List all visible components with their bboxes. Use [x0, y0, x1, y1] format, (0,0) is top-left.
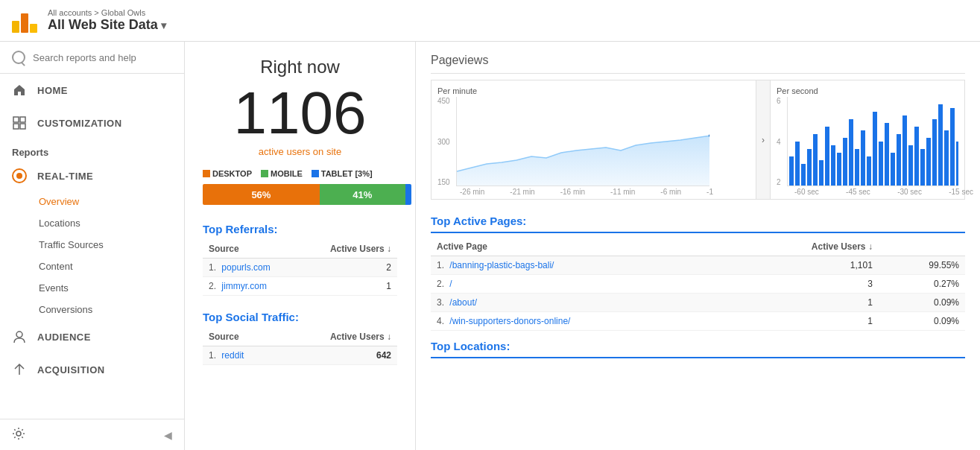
- sidebar-item-acquisition[interactable]: ACQUISITION: [0, 353, 184, 386]
- page-link-2[interactable]: /: [449, 279, 452, 289]
- mobile-bar: 41%: [320, 184, 405, 205]
- table-row: 1. popurls.com 2: [203, 259, 397, 277]
- page-link-4[interactable]: /win-supporters-donors-online/: [449, 316, 570, 326]
- sidebar-item-home[interactable]: HOME: [0, 74, 184, 107]
- svg-rect-9: [795, 142, 800, 186]
- active-count: 1106: [203, 83, 397, 143]
- top-social-title: Top Social Traffic:: [203, 311, 397, 323]
- charts-row: Per minute 450 300 150: [431, 80, 965, 200]
- svg-rect-35: [950, 108, 955, 186]
- audience-icon: [12, 329, 27, 344]
- device-legend: DESKTOP MOBILE TABLET [3%]: [203, 169, 397, 178]
- sidebar-item-realtime[interactable]: REAL-TIME: [0, 161, 184, 191]
- home-icon: [12, 83, 27, 98]
- active-page-col: Active Page: [431, 238, 729, 256]
- svg-rect-34: [944, 130, 949, 186]
- right-now-title: Right now: [203, 57, 397, 77]
- device-progress-bar: 56% 41%: [203, 184, 411, 205]
- desktop-dot: [203, 170, 210, 177]
- sidebar-item-audience[interactable]: AUDIENCE: [0, 320, 184, 353]
- per-second-label: Per second: [777, 86, 958, 95]
- header-account-title[interactable]: All Web Site Data ▾: [48, 17, 166, 33]
- svg-point-4: [16, 332, 22, 338]
- tablet-bar: [405, 184, 411, 205]
- mobile-legend: MOBILE: [261, 169, 303, 178]
- top-referrals-title: Top Referrals:: [203, 223, 397, 235]
- tablet-dot: [312, 170, 319, 177]
- acquisition-icon: [12, 362, 27, 377]
- desktop-bar: 56%: [203, 184, 320, 205]
- svg-rect-12: [813, 134, 818, 186]
- chart-perminute: Per minute 450 300 150: [431, 80, 756, 199]
- collapse-icon[interactable]: ◀: [164, 429, 172, 441]
- svg-rect-31: [926, 138, 931, 186]
- persecond-chart: [787, 97, 958, 186]
- sidebar-sub-item-content[interactable]: Content: [0, 256, 184, 277]
- table-row: 3. /about/ 1 0.09%: [431, 294, 965, 312]
- left-panel: Right now 1106 active users on site DESK…: [185, 42, 416, 450]
- realtime-icon: [12, 168, 27, 183]
- gear-icon: [12, 427, 25, 443]
- svg-rect-20: [861, 130, 865, 186]
- acquisition-label: ACQUISITION: [37, 364, 105, 375]
- top-social-table: Source Active Users ↓ 1. reddit 642: [203, 328, 397, 365]
- page-link-1[interactable]: /banning-plastic-bags-bali/: [449, 260, 554, 270]
- chart-divider[interactable]: ›: [756, 80, 771, 199]
- sidebar-sub-item-events[interactable]: Events: [0, 277, 184, 299]
- active-pages-title: Top Active Pages:: [431, 215, 965, 233]
- top-referrals-table: Source Active Users ↓ 1. popurls.com 2: [203, 240, 397, 296]
- svg-rect-28: [908, 145, 913, 186]
- svg-rect-22: [873, 112, 877, 186]
- svg-rect-11: [807, 149, 812, 186]
- header-account-info: All accounts > Global Owls All Web Site …: [48, 8, 166, 33]
- svg-rect-8: [789, 156, 794, 186]
- bottom-section: Top Active Pages: Active Page Active Use…: [431, 215, 965, 358]
- svg-rect-26: [897, 134, 901, 186]
- referrals-col-users: Active Users ↓: [300, 240, 397, 259]
- svg-rect-29: [914, 127, 919, 186]
- svg-rect-2: [13, 124, 19, 129]
- reports-section-header: Reports: [0, 139, 184, 161]
- sidebar-item-customization[interactable]: CUSTOMIZATION: [0, 107, 184, 139]
- sidebar-bottom[interactable]: ◀: [0, 419, 184, 450]
- active-label: active users on site: [203, 146, 397, 157]
- svg-rect-15: [831, 145, 835, 186]
- search-input[interactable]: [33, 52, 172, 63]
- header: All accounts > Global Owls All Web Site …: [0, 0, 980, 42]
- svg-rect-0: [13, 117, 19, 122]
- table-row: 2. jimmyr.com 1: [203, 277, 397, 296]
- svg-rect-10: [801, 164, 806, 186]
- svg-rect-14: [825, 127, 829, 186]
- svg-rect-13: [819, 160, 823, 186]
- sidebar-sub-item-overview[interactable]: Overview: [0, 191, 184, 212]
- realtime-label: REAL-TIME: [37, 171, 93, 182]
- svg-rect-30: [920, 149, 925, 186]
- social-col-source: Source: [203, 328, 279, 346]
- svg-rect-32: [932, 119, 937, 186]
- sidebar-sub-item-locations[interactable]: Locations: [0, 212, 184, 234]
- customization-label: CUSTOMIZATION: [37, 118, 122, 129]
- customization-icon: [12, 115, 27, 130]
- page-link-3[interactable]: /about/: [449, 297, 477, 308]
- sidebar-search[interactable]: [0, 42, 184, 74]
- referral-link-2[interactable]: jimmyr.com: [221, 281, 267, 291]
- top-locations-title: Top Locations:: [431, 340, 965, 358]
- desktop-legend: DESKTOP: [203, 169, 252, 178]
- svg-rect-27: [902, 115, 907, 186]
- sidebar-sub-item-conversions[interactable]: Conversions: [0, 299, 184, 320]
- sidebar-sub-item-traffic-sources[interactable]: Traffic Sources: [0, 234, 184, 256]
- table-row: 2. / 3 0.27%: [431, 275, 965, 294]
- svg-rect-36: [956, 142, 958, 186]
- svg-point-5: [16, 431, 21, 436]
- active-pages-table: Active Page Active Users ↓ 1.: [431, 238, 965, 331]
- per-minute-label: Per minute: [437, 86, 750, 95]
- svg-rect-23: [879, 142, 883, 186]
- social-link-1[interactable]: reddit: [221, 350, 244, 361]
- dropdown-icon: ▾: [161, 19, 166, 31]
- mobile-dot: [261, 170, 268, 177]
- referral-link-1[interactable]: popurls.com: [221, 262, 270, 273]
- pageviews-title: Pageviews: [431, 54, 965, 74]
- svg-rect-3: [20, 124, 25, 129]
- chart-persecond: Per second 6 4 2: [771, 80, 964, 199]
- top-active-pages-section: Top Active Pages: Active Page Active Use…: [431, 215, 965, 358]
